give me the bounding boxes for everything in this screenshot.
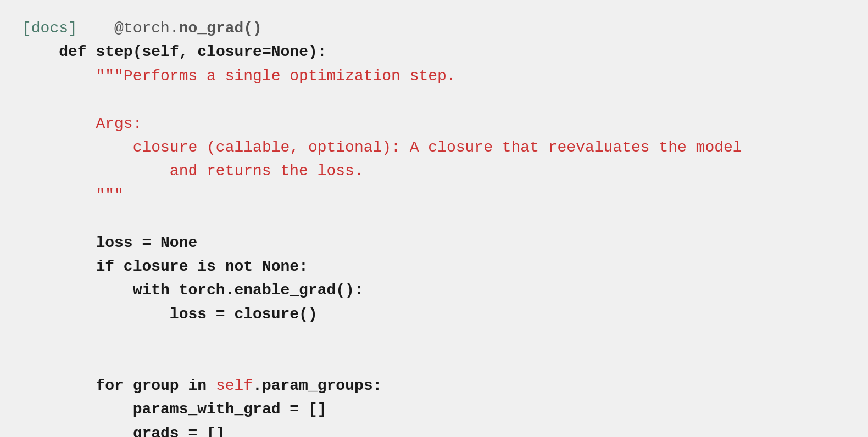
grads-assign: grads = []: [133, 422, 225, 437]
code-line-17: params_with_grad = []: [22, 397, 846, 421]
code-line-11: if closure is not None:: [22, 255, 846, 278]
code-line-empty-1: [22, 88, 846, 111]
docstring-open: """Performs a single optimization step.: [96, 64, 455, 88]
params-with-grad-assign: params_with_grad = []: [133, 397, 327, 421]
code-line-6: closure (callable, optional): A closure …: [22, 136, 846, 159]
decorator-no-grad: no_grad(): [179, 16, 262, 40]
decorator-torch: @torch.: [114, 16, 179, 40]
code-line-16: for group in self.param_groups:: [22, 374, 846, 397]
keyword-with: with: [133, 278, 170, 302]
code-line-empty-4: [22, 350, 846, 373]
code-line-3: """Performs a single optimization step.: [22, 64, 846, 88]
code-line-7: and returns the loss.: [22, 159, 846, 183]
docs-tag: [docs]: [22, 16, 77, 40]
func-name-step: step: [96, 40, 132, 64]
docstring-close: """: [96, 183, 123, 207]
code-line-13: loss = closure(): [22, 302, 846, 326]
code-line-18: grads = []: [22, 422, 846, 437]
code-line-5: Args:: [22, 112, 846, 136]
keyword-in: in: [188, 374, 207, 397]
self-ref-param-groups: self: [216, 374, 253, 397]
keyword-def: def: [59, 40, 86, 64]
loss-closure-assign: loss = closure(): [170, 302, 318, 326]
code-block: [docs] @torch.no_grad() def step(self, c…: [22, 16, 846, 437]
loss-assign: loss = None: [96, 231, 197, 255]
docstring-closure-line1: closure (callable, optional): A closure …: [133, 136, 742, 159]
code-line-12: with torch.enable_grad():: [22, 278, 846, 302]
code-line-8: """: [22, 183, 846, 207]
code-line-10: loss = None: [22, 231, 846, 255]
code-line-empty-3: [22, 326, 846, 350]
keyword-for: for: [96, 374, 123, 397]
keyword-is-not: is not: [197, 255, 253, 278]
code-line-empty-2: [22, 207, 846, 231]
docstring-args: Args:: [96, 112, 142, 136]
code-line-2: def step(self, closure=None):: [22, 40, 846, 64]
func-closure-param: closure=None: [197, 40, 308, 64]
func-params: (self,: [133, 40, 198, 64]
keyword-if: if: [96, 255, 114, 278]
code-line-1: [docs] @torch.no_grad(): [22, 16, 846, 40]
docstring-closure-line2: and returns the loss.: [170, 159, 364, 183]
